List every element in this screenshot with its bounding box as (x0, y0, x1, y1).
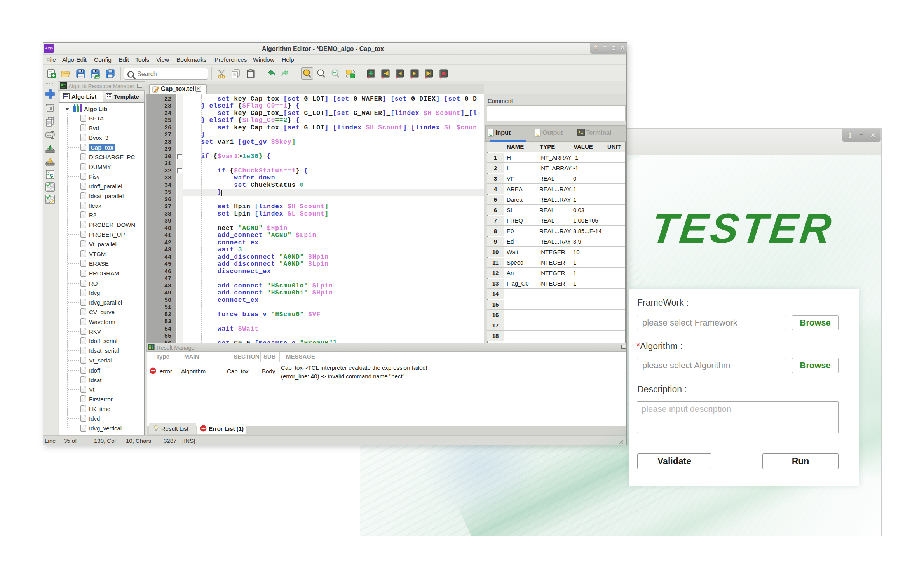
svg-text:xxx: xxx (47, 134, 51, 137)
